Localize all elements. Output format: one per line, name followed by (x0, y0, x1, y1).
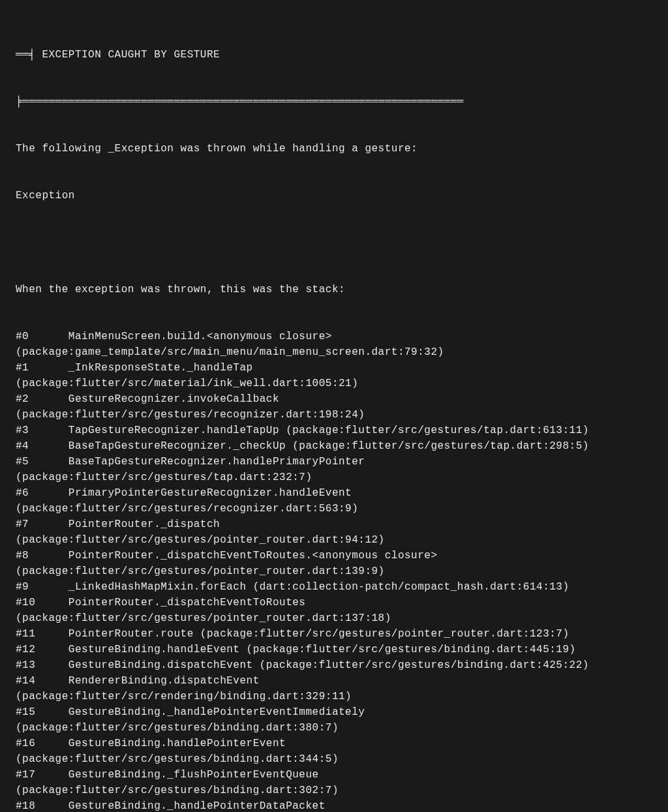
exception-header: ══╡ EXCEPTION CAUGHT BY GESTURE (16, 47, 652, 63)
stack-frame-line: #14 RendererBinding.dispatchEvent (16, 673, 652, 689)
stack-frame-line: #18 GestureBinding._handlePointerDataPac… (16, 798, 652, 812)
stack-frame-line: #17 GestureBinding._flushPointerEventQue… (16, 767, 652, 783)
stack-frame-line: #11 PointerRouter.route (package:flutter… (16, 626, 652, 642)
header-prefix: ══╡ (16, 49, 42, 61)
stack-frame-line: #3 TapGestureRecognizer.handleTapUp (pac… (16, 423, 652, 438)
stack-frame-line: #16 GestureBinding.handlePointerEvent (16, 736, 652, 751)
stack-frame-line: #4 BaseTapGestureRecognizer._checkUp (pa… (16, 438, 652, 454)
stack-frame-line: #13 GestureBinding.dispatchEvent (packag… (16, 657, 652, 673)
stack-frames: #0 MainMenuScreen.build.<anonymous closu… (16, 329, 652, 812)
stack-frame-line: #1 _InkResponseState._handleTap (16, 360, 652, 376)
stack-frame-line: #0 MainMenuScreen.build.<anonymous closu… (16, 329, 652, 344)
stack-frame-line: #12 GestureBinding.handleEvent (package:… (16, 642, 652, 657)
stack-frame-line: #6 PrimaryPointerGestureRecognizer.handl… (16, 485, 652, 501)
stack-frame-line: #7 PointerRouter._dispatch (16, 517, 652, 532)
stack-frame-line: (package:flutter/src/gestures/pointer_ro… (16, 564, 652, 579)
stack-frame-line: #15 GestureBinding._handlePointerEventIm… (16, 704, 652, 720)
stack-frame-line: (package:flutter/src/gestures/pointer_ro… (16, 610, 652, 626)
stack-frame-line: #10 PointerRouter._dispatchEventToRoutes (16, 595, 652, 610)
intro-line-1: The following _Exception was thrown whil… (16, 141, 652, 157)
stack-frame-line: (package:flutter/src/material/ink_well.d… (16, 376, 652, 391)
stack-frame-line: #5 BaseTapGestureRecognizer.handlePrimar… (16, 454, 652, 470)
stack-frame-line: (package:flutter/src/rendering/binding.d… (16, 689, 652, 704)
stack-frame-line: (package:flutter/src/gestures/tap.dart:2… (16, 470, 652, 485)
stack-frame-line: (package:flutter/src/gestures/binding.da… (16, 751, 652, 767)
stack-frame-line: (package:flutter/src/gestures/recognizer… (16, 501, 652, 517)
stack-frame-line: #9 _LinkedHashMapMixin.forEach (dart:col… (16, 579, 652, 595)
stack-frame-line: (package:flutter/src/gestures/binding.da… (16, 783, 652, 798)
stack-header: When the exception was thrown, this was … (16, 282, 652, 297)
stack-frame-line: (package:flutter/src/gestures/pointer_ro… (16, 532, 652, 548)
intro-line-2: Exception (16, 188, 652, 203)
stack-frame-line: (package:flutter/src/gestures/binding.da… (16, 720, 652, 736)
stack-frame-line: (package:flutter/src/gestures/recognizer… (16, 407, 652, 423)
stack-frame-line: (package:game_template/src/main_menu/mai… (16, 344, 652, 360)
blank-line (16, 235, 652, 250)
header-title: EXCEPTION CAUGHT BY GESTURE (42, 49, 220, 61)
stack-frame-line: #2 GestureRecognizer.invokeCallback (16, 391, 652, 407)
divider-top: ╞═══════════════════════════════════════… (16, 94, 652, 110)
stack-frame-line: #8 PointerRouter._dispatchEventToRoutes.… (16, 548, 652, 564)
terminal-output: ══╡ EXCEPTION CAUGHT BY GESTURE ╞═══════… (16, 16, 652, 812)
